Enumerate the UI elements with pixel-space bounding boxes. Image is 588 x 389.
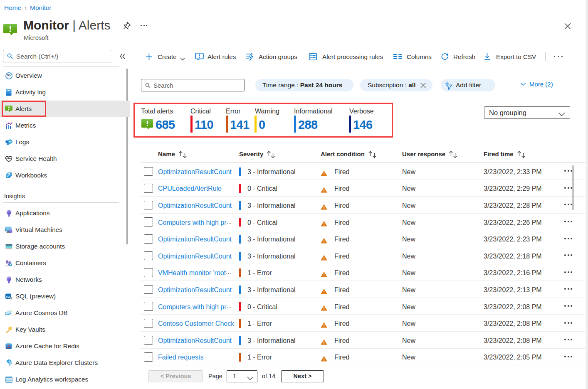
svg-text:SQL: SQL	[6, 295, 10, 298]
